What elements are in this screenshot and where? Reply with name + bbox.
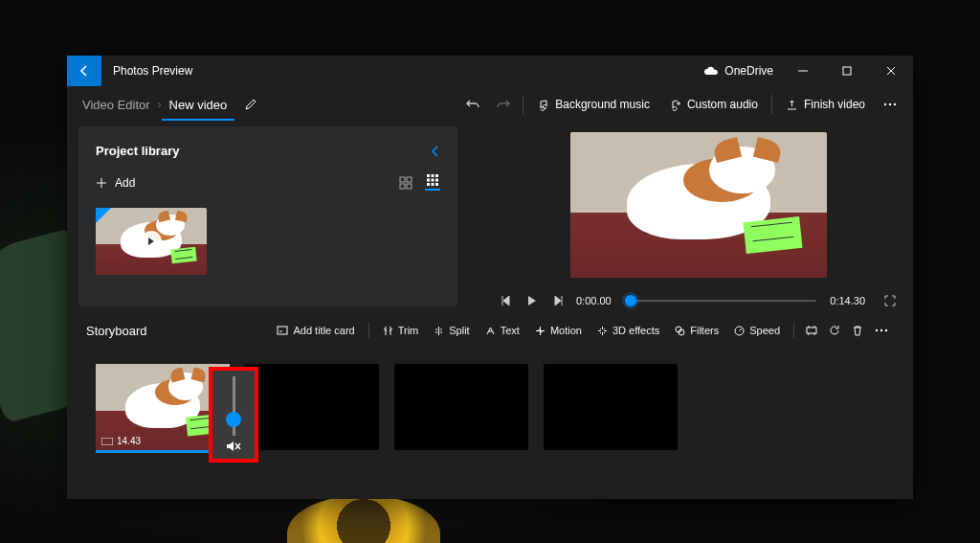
svg-rect-0 — [843, 67, 851, 75]
resize-button[interactable] — [800, 318, 823, 343]
trim-label: Trim — [398, 325, 419, 336]
main-area: Project library Add — [67, 123, 913, 499]
volume-slider-track[interactable] — [233, 376, 235, 436]
maximize-button[interactable] — [825, 56, 869, 86]
timeline-scrubber[interactable] — [625, 300, 817, 302]
annotation-highlight-box — [209, 367, 258, 463]
plus-icon — [96, 177, 107, 189]
maximize-icon — [842, 66, 852, 76]
minimize-button[interactable] — [781, 56, 825, 86]
play-overlay-icon — [141, 231, 162, 252]
library-clip-thumbnail[interactable] — [96, 208, 207, 275]
clip-progress-bar — [96, 450, 213, 453]
fullscreen-button[interactable] — [884, 295, 896, 306]
filters-icon — [675, 326, 685, 336]
split-label: Split — [449, 325, 469, 336]
delete-clip-button[interactable] — [846, 318, 869, 343]
speed-icon — [734, 326, 745, 336]
speed-button[interactable]: Speed — [726, 318, 788, 343]
add-title-card-button[interactable]: Add title card — [269, 318, 362, 343]
fullscreen-icon — [884, 295, 896, 306]
separator — [793, 323, 794, 338]
storyboard-title: Storyboard — [86, 324, 147, 338]
svg-rect-15 — [432, 183, 434, 186]
undo-button[interactable] — [457, 89, 488, 120]
frame-forward-button[interactable] — [551, 295, 563, 306]
custom-audio-label: Custom audio — [687, 98, 758, 111]
back-button[interactable] — [67, 56, 101, 86]
finish-video-button[interactable]: Finish video — [776, 89, 875, 120]
filters-button[interactable]: Filters — [667, 318, 726, 343]
more-options-button[interactable] — [875, 89, 905, 120]
svg-point-1 — [884, 103, 886, 105]
titlebar: Photos Preview OneDrive — [67, 56, 913, 86]
chevron-left-icon — [431, 145, 440, 158]
step-forward-icon — [551, 295, 563, 306]
mute-button[interactable] — [226, 440, 241, 453]
project-library-panel: Project library Add — [78, 126, 457, 306]
preview-frame-image — [570, 132, 827, 278]
close-icon — [886, 66, 896, 76]
svg-point-3 — [894, 103, 896, 105]
export-icon — [786, 99, 798, 111]
grid-small-view-button[interactable] — [398, 175, 413, 191]
frame-back-button[interactable] — [501, 295, 513, 306]
audio-plus-icon — [669, 99, 681, 111]
storyboard-clip-4[interactable] — [544, 364, 678, 450]
text-icon — [485, 326, 496, 336]
play-icon — [526, 295, 538, 306]
3d-effects-label: 3D effects — [612, 325, 659, 336]
duration-icon — [101, 438, 113, 445]
grid-large-view-button[interactable] — [425, 175, 440, 191]
add-label: Add — [115, 176, 135, 190]
grid-small-icon — [399, 176, 412, 190]
rename-button[interactable] — [244, 98, 257, 111]
rotate-button[interactable] — [823, 318, 846, 343]
storyboard-clip-2[interactable] — [245, 364, 379, 450]
filters-label: Filters — [690, 325, 719, 336]
svg-rect-7 — [407, 184, 412, 189]
arrow-left-icon — [78, 64, 91, 78]
breadcrumb-current[interactable]: New video — [162, 98, 235, 121]
svg-point-2 — [889, 103, 891, 105]
play-button[interactable] — [526, 295, 538, 306]
ellipsis-icon — [883, 102, 897, 106]
rotate-icon — [829, 325, 840, 336]
breadcrumb-parent[interactable]: Video Editor — [75, 98, 158, 112]
minimize-icon — [798, 66, 808, 76]
svg-rect-17 — [278, 327, 287, 334]
3d-effects-button[interactable]: 3D effects — [590, 318, 667, 343]
add-media-button[interactable]: Add — [96, 176, 135, 190]
svg-rect-25 — [101, 438, 113, 445]
timeline-handle[interactable] — [625, 295, 636, 306]
volume-slider-handle[interactable] — [226, 412, 241, 427]
motion-button[interactable]: Motion — [527, 318, 590, 343]
upper-row: Project library Add — [67, 123, 913, 314]
trim-icon — [383, 326, 393, 336]
svg-rect-8 — [427, 174, 430, 177]
storyboard-more-button[interactable] — [869, 318, 894, 343]
in-use-indicator — [96, 208, 111, 223]
add-title-card-label: Add title card — [293, 325, 354, 336]
desktop-flower-decor — [287, 495, 440, 543]
svg-rect-13 — [435, 179, 438, 182]
close-button[interactable] — [869, 56, 913, 86]
window-title: Photos Preview — [101, 64, 204, 78]
svg-rect-10 — [435, 174, 438, 177]
clip-volume-popup — [212, 371, 255, 459]
pencil-icon — [244, 98, 257, 111]
custom-audio-button[interactable]: Custom audio — [659, 89, 768, 120]
clip-duration-badge: 14.43 — [101, 436, 141, 446]
trim-button[interactable]: Trim — [375, 318, 427, 343]
split-button[interactable]: Split — [426, 318, 477, 343]
svg-rect-6 — [400, 184, 405, 189]
onedrive-status[interactable]: OneDrive — [696, 64, 781, 78]
background-music-button[interactable]: Background music — [527, 89, 659, 120]
card-icon — [277, 325, 288, 336]
preview-player[interactable] — [570, 132, 827, 278]
collapse-library-button[interactable] — [431, 145, 440, 158]
photos-preview-window: Photos Preview OneDrive Video Editor › N… — [67, 56, 913, 499]
storyboard-clip-3[interactable] — [394, 364, 528, 450]
text-button[interactable]: Text — [478, 318, 527, 343]
redo-button[interactable] — [488, 89, 519, 120]
